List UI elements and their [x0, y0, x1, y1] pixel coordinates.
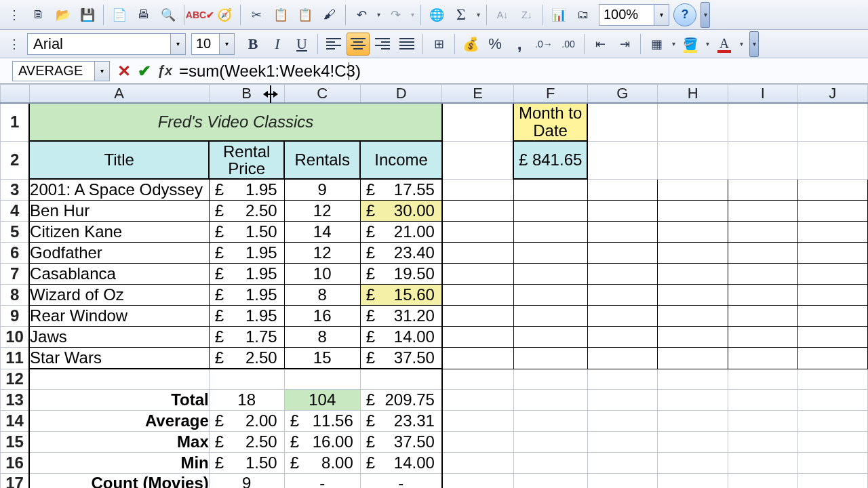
- font-color-button[interactable]: A: [713, 33, 736, 56]
- cell[interactable]: [658, 348, 728, 369]
- function-wizard-button[interactable]: ƒx: [155, 61, 175, 81]
- cell[interactable]: [797, 243, 867, 264]
- cell[interactable]: [513, 306, 587, 327]
- row-header[interactable]: 4: [1, 201, 30, 222]
- col-title-header[interactable]: Title: [29, 141, 209, 179]
- print-preview-button[interactable]: 🔍: [157, 3, 180, 26]
- cell[interactable]: [442, 201, 513, 222]
- row-header[interactable]: 3: [1, 179, 30, 201]
- font-name-input[interactable]: [28, 34, 170, 54]
- font-size-dropdown[interactable]: ▾: [219, 34, 234, 54]
- cell[interactable]: [442, 243, 513, 264]
- cell[interactable]: [587, 452, 658, 473]
- col-header[interactable]: H: [658, 85, 728, 104]
- name-box[interactable]: ▾: [12, 61, 110, 81]
- row-header[interactable]: 12: [1, 369, 30, 389]
- cell[interactable]: £17.55: [360, 179, 442, 201]
- cell[interactable]: [658, 179, 728, 201]
- chart-button[interactable]: 📊: [547, 3, 570, 26]
- cell[interactable]: [587, 348, 658, 369]
- font-name-combo[interactable]: ▾: [27, 33, 186, 55]
- cell[interactable]: [728, 348, 797, 369]
- cell[interactable]: [728, 103, 797, 141]
- cell[interactable]: [442, 431, 513, 452]
- cell[interactable]: [658, 243, 728, 264]
- cell[interactable]: [360, 369, 442, 389]
- stat-label[interactable]: Average: [29, 410, 209, 431]
- row-header[interactable]: 17: [1, 473, 30, 488]
- cell[interactable]: [209, 369, 284, 389]
- cell[interactable]: £15.60: [360, 285, 442, 306]
- cell[interactable]: [442, 369, 513, 389]
- hyperlink-button[interactable]: 🌐: [425, 3, 448, 26]
- format-paintbrush-button[interactable]: 🖌: [318, 3, 341, 26]
- align-right-button[interactable]: [371, 33, 394, 56]
- cell[interactable]: [797, 452, 867, 473]
- cell[interactable]: £23.31: [360, 410, 442, 431]
- cell[interactable]: Ben Hur: [29, 201, 209, 222]
- cell[interactable]: £19.50: [360, 264, 442, 285]
- cell[interactable]: [513, 389, 587, 410]
- cut-button[interactable]: ✂: [245, 3, 268, 26]
- borders-button[interactable]: ▦: [645, 33, 668, 56]
- redo-button[interactable]: ↷: [384, 3, 407, 26]
- cell[interactable]: [658, 264, 728, 285]
- cell[interactable]: [728, 222, 797, 243]
- cell[interactable]: Star Wars: [29, 348, 209, 369]
- cell[interactable]: £2.50: [209, 201, 284, 222]
- cell[interactable]: [442, 264, 513, 285]
- zoom-combo[interactable]: ▾: [599, 4, 669, 26]
- cell[interactable]: 2001: A Space Odyssey: [29, 179, 209, 201]
- row-header[interactable]: 9: [1, 306, 30, 327]
- cell[interactable]: [587, 410, 658, 431]
- cell[interactable]: £30.00: [360, 201, 442, 222]
- cell[interactable]: [587, 179, 658, 201]
- italic-button[interactable]: I: [266, 33, 289, 56]
- open-button[interactable]: 📂: [52, 3, 75, 26]
- cell[interactable]: Godfather: [29, 243, 209, 264]
- cell[interactable]: [797, 141, 867, 179]
- toolbar-overflow[interactable]: ▾: [701, 2, 710, 28]
- cell[interactable]: [587, 222, 658, 243]
- cell[interactable]: [658, 285, 728, 306]
- sort-asc-button[interactable]: A↓: [491, 3, 514, 26]
- cell[interactable]: £1.95: [209, 243, 284, 264]
- cell[interactable]: Wizard of Oz: [29, 285, 209, 306]
- add-decimal-button[interactable]: .0→: [532, 33, 555, 56]
- cell[interactable]: 8: [284, 327, 360, 348]
- cell[interactable]: £1.95: [209, 264, 284, 285]
- cell[interactable]: [587, 103, 658, 141]
- export-pdf-button[interactable]: 📄: [108, 3, 131, 26]
- cell[interactable]: [728, 179, 797, 201]
- cell[interactable]: 9: [209, 473, 284, 488]
- col-price-header[interactable]: RentalPrice: [209, 141, 284, 179]
- cell[interactable]: [587, 264, 658, 285]
- col-header[interactable]: I: [728, 85, 797, 104]
- name-box-input[interactable]: [13, 62, 94, 80]
- cell[interactable]: £209.75: [360, 389, 442, 410]
- cell[interactable]: [797, 410, 867, 431]
- cell[interactable]: 16: [284, 306, 360, 327]
- currency-button[interactable]: 💰: [459, 33, 482, 56]
- cell[interactable]: £2.00: [209, 410, 284, 431]
- cell[interactable]: [658, 103, 728, 141]
- month-to-date-label[interactable]: Month toDate: [513, 103, 587, 141]
- cell[interactable]: [442, 473, 513, 488]
- cell[interactable]: [29, 369, 209, 389]
- cell[interactable]: [797, 369, 867, 389]
- cell[interactable]: [513, 179, 587, 201]
- toolbar-overflow[interactable]: ▾: [749, 31, 759, 57]
- col-income-header[interactable]: Income: [360, 141, 442, 179]
- cell[interactable]: £11.56: [284, 410, 360, 431]
- cell[interactable]: 9: [284, 179, 360, 201]
- cell[interactable]: [797, 431, 867, 452]
- highlight-color-button[interactable]: 🪣: [679, 33, 702, 56]
- cell[interactable]: [442, 389, 513, 410]
- cell[interactable]: [658, 389, 728, 410]
- increase-indent-button[interactable]: ⇥: [613, 33, 636, 56]
- cell[interactable]: £1.50: [209, 222, 284, 243]
- cell[interactable]: [587, 431, 658, 452]
- cell[interactable]: [797, 306, 867, 327]
- cell[interactable]: £21.00: [360, 222, 442, 243]
- font-size-combo[interactable]: ▾: [191, 33, 235, 55]
